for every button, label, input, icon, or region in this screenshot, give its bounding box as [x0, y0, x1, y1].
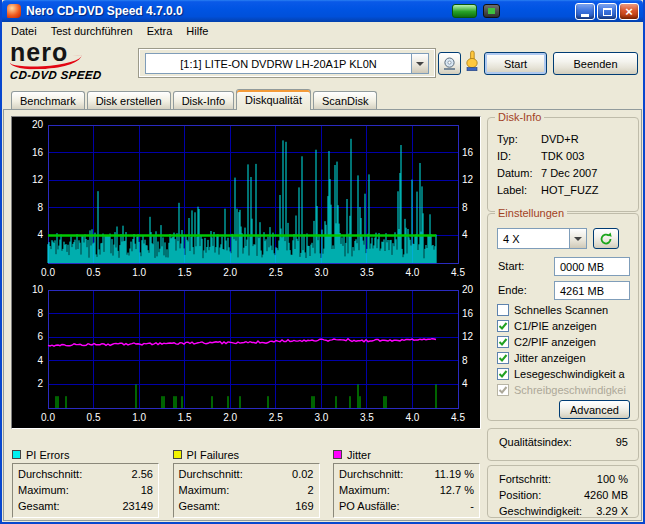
disk-info-value: TDK 003	[541, 150, 584, 162]
checkbox-box[interactable]	[497, 352, 509, 364]
checkbox-lesegeschwindigkeit-a[interactable]: Lesegeschwindigkeit a	[497, 366, 635, 382]
svg-text:2.0: 2.0	[223, 267, 237, 278]
menu-item-hilfe[interactable]: Hilfe	[179, 23, 215, 39]
minimize-icon	[581, 14, 589, 17]
start-button[interactable]: Start	[484, 52, 547, 75]
tab-scandisk[interactable]: ScanDisk	[313, 91, 377, 109]
menu-item-test-durchf-hren[interactable]: Test durchführen	[44, 23, 140, 39]
refresh-icon	[599, 232, 613, 246]
checkbox-box[interactable]	[497, 304, 509, 316]
svg-text:0.0: 0.0	[41, 267, 55, 278]
checkbox-label: Jitter anzeigen	[514, 352, 586, 364]
menu-item-extra[interactable]: Extra	[140, 23, 180, 39]
app-window: Nero CD-DVD Speed 4.7.0.0 × DateiTest du…	[0, 0, 645, 524]
menu-item-datei[interactable]: Datei	[4, 23, 44, 39]
svg-text:0.5: 0.5	[87, 267, 101, 278]
progress-label: Fortschritt:	[499, 473, 551, 485]
maximize-button[interactable]	[597, 3, 617, 20]
svg-text:4: 4	[37, 355, 43, 366]
cddvdspeed-logo-text: CD-DVD SPEED	[9, 69, 138, 81]
nero-logo: nero CD-DVD SPEED	[10, 40, 138, 86]
stat-label: Maximum:	[179, 484, 230, 496]
stat-row: Maximum:18	[18, 482, 153, 498]
svg-text:4: 4	[462, 229, 468, 240]
stat-panel-jitter: JitterDurchschnitt:11.19 %Maximum:12.7 %…	[333, 448, 480, 518]
svg-text:3.0: 3.0	[314, 267, 328, 278]
hand-pointer-icon[interactable]	[463, 50, 483, 75]
checkbox-box[interactable]	[497, 336, 509, 348]
disk-info-rows: Typ:DVD+RID:TDK 003Datum:7 Dec 2007Label…	[488, 118, 638, 198]
legend-color-swatch	[333, 450, 342, 459]
svg-text:16: 16	[462, 147, 474, 158]
start-position-field[interactable]: 0000 MB	[554, 257, 630, 276]
svg-text:3.5: 3.5	[360, 412, 374, 423]
speed-combobox[interactable]: 4 X	[497, 228, 587, 249]
stat-row: Durchschnitt:0.02	[179, 466, 314, 482]
checkbox-box[interactable]	[497, 384, 509, 396]
maximize-icon	[603, 8, 612, 16]
end-position-field[interactable]: 4261 MB	[554, 281, 630, 300]
svg-text:1.0: 1.0	[132, 412, 146, 423]
eject-button[interactable]	[438, 52, 461, 75]
speed-dropdown-arrow-icon[interactable]	[569, 229, 586, 248]
tab-disk-info[interactable]: Disk-Info	[173, 91, 234, 109]
exit-button[interactable]: Beenden	[553, 52, 638, 75]
stat-header: PI Failures	[173, 448, 320, 461]
stat-row: Maximum:2	[179, 482, 314, 498]
svg-text:2: 2	[37, 378, 43, 389]
svg-text:8: 8	[462, 202, 468, 213]
svg-text:4.0: 4.0	[405, 412, 419, 423]
checkbox-schnelles-scannen[interactable]: Schnelles Scannen	[497, 302, 635, 318]
drive-dropdown-arrow-icon[interactable]	[411, 54, 428, 73]
disk-info-group: Disk-Info Typ:DVD+RID:TDK 003Datum:7 Dec…	[487, 117, 639, 212]
tab-diskqualit-t[interactable]: Diskqualität	[236, 89, 311, 110]
menu-bar: DateiTest durchführenExtraHilfe	[2, 22, 643, 40]
checkbox-label: Lesegeschwindigkeit a	[514, 368, 625, 380]
speed-value: 4 X	[498, 229, 569, 248]
checkbox-c1-pie-anzeigen[interactable]: C1/PIE anzeigen	[497, 318, 635, 334]
advanced-button[interactable]: Advanced	[559, 400, 630, 419]
stat-row: Maximum:12.7 %	[339, 482, 474, 498]
refresh-button[interactable]	[593, 228, 619, 249]
svg-text:16: 16	[462, 308, 474, 319]
display-options: Schnelles ScannenC1/PIE anzeigenC2/PIF a…	[497, 302, 635, 398]
checkbox-box[interactable]	[497, 368, 509, 380]
titlebar: Nero CD-DVD Speed 4.7.0.0 ×	[2, 0, 643, 22]
stat-label: Durchschnitt:	[18, 468, 82, 480]
progress-row: Geschwindigkeit:3.29 X	[488, 503, 638, 519]
svg-text:8: 8	[37, 202, 43, 213]
svg-text:4: 4	[462, 378, 468, 389]
checkbox-jitter-anzeigen[interactable]: Jitter anzeigen	[497, 350, 635, 366]
stat-label: Maximum:	[18, 484, 69, 496]
disk-info-value: HOT_FUZZ	[541, 184, 598, 196]
svg-text:10: 10	[32, 284, 44, 295]
start-field-label: Start:	[498, 260, 524, 272]
stat-values-box: Durchschnitt:0.02Maximum:2Gesamt:169	[173, 463, 320, 518]
checkbox-label: Schnelles Scannen	[514, 304, 608, 316]
window-title: Nero CD-DVD Speed 4.7.0.0	[26, 0, 183, 22]
disk-info-row: Datum:7 Dec 2007	[488, 164, 638, 181]
statistics-panels: PI ErrorsDurchschnitt:2.56Maximum:18Gesa…	[12, 448, 480, 518]
stat-row: PO Ausfälle:-	[339, 498, 474, 514]
checkbox-c2-pif-anzeigen[interactable]: C2/PIF anzeigen	[497, 334, 635, 350]
svg-text:2.5: 2.5	[269, 412, 283, 423]
minimize-button[interactable]	[575, 3, 595, 20]
close-button[interactable]: ×	[619, 3, 639, 20]
tab-disk-erstellen[interactable]: Disk erstellen	[87, 91, 171, 109]
legend-color-swatch	[12, 450, 21, 459]
stat-panel-pi-errors: PI ErrorsDurchschnitt:2.56Maximum:18Gesa…	[12, 448, 159, 518]
svg-text:12: 12	[462, 174, 474, 185]
stat-value: 2	[307, 484, 313, 496]
app-icon[interactable]	[7, 4, 21, 18]
svg-text:12: 12	[32, 174, 44, 185]
settings-group: Einstellungen 4 X Start: 0000 MB Ende: 4…	[487, 213, 639, 421]
checkbox-label: C2/PIF anzeigen	[514, 336, 596, 348]
checkbox-box[interactable]	[497, 320, 509, 332]
stat-panel-pi-failures: PI FailuresDurchschnitt:0.02Maximum:2Ges…	[173, 448, 320, 518]
disk-info-label: Datum:	[497, 167, 541, 179]
tab-benchmark[interactable]: Benchmark	[11, 91, 85, 109]
quality-index-group: Qualitätsindex: 95	[487, 428, 639, 461]
stat-values-box: Durchschnitt:2.56Maximum:18Gesamt:23149	[12, 463, 159, 518]
drive-selector-combobox[interactable]: [1:1] LITE-ON DVDRW LH-20A1P KL0N	[145, 53, 429, 74]
checkbox-schreibgeschwindigkei[interactable]: Schreibgeschwindigkei	[497, 382, 635, 398]
